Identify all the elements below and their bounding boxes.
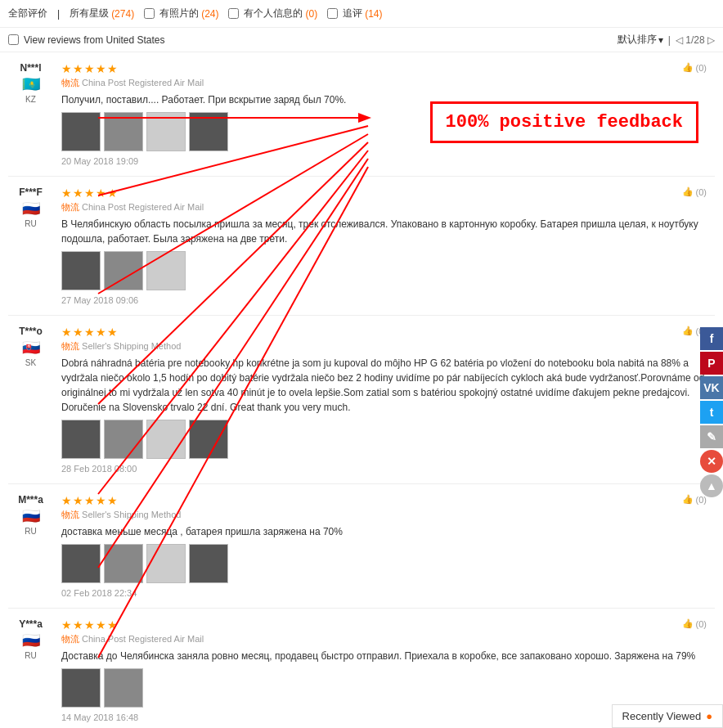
reviews-container: 100% positive feedback N***l 🇰🇿 KZ xyxy=(0,52,723,728)
review-thumb[interactable] xyxy=(104,420,143,459)
shipping-info-4: 物流 Seller's Shipping Method xyxy=(61,509,715,521)
filter-stars[interactable]: 所有星级 (274) xyxy=(70,7,134,20)
thumb-up-icon: 👍 xyxy=(682,186,694,197)
review-item: T***o 🇸🇰 SK ★★★★★ 物流 Seller's Shipping M… xyxy=(8,316,715,484)
review-thumb[interactable] xyxy=(104,544,143,583)
country-flag-2: 🇷🇺 xyxy=(22,200,40,218)
shipping-info-2: 物流 China Post Registered Air Mail xyxy=(61,201,715,213)
shipping-info-5: 物流 China Post Registered Air Mail xyxy=(61,633,715,645)
thumb-up-icon: 👍 xyxy=(682,326,694,336)
filter-divider: | xyxy=(57,8,60,20)
country-code-3: SK xyxy=(25,358,36,367)
review-thumb[interactable] xyxy=(104,112,143,151)
review-thumb[interactable] xyxy=(146,112,186,151)
review-date-4: 02 Feb 2018 22:34 xyxy=(61,588,715,598)
shipping-info-3: 物流 Seller's Shipping Method xyxy=(61,340,715,353)
thumb-up-icon: 👍 xyxy=(682,618,694,629)
filter-followup[interactable]: 追评 (14) xyxy=(327,7,382,20)
filter-photo[interactable]: 有照片的 (24) xyxy=(144,7,218,20)
reviewer-name: M***a xyxy=(18,494,43,506)
sort-button[interactable]: 默认排序 ▾ xyxy=(617,33,663,47)
thumb-up-icon: 👍 xyxy=(682,494,694,505)
review-thumb[interactable] xyxy=(104,668,143,708)
review-like-1[interactable]: 👍 (0) xyxy=(682,62,707,73)
country-flag-4: 🇷🇺 xyxy=(22,507,40,525)
social-sidebar: f P VK t ✎ ✕ ▲ xyxy=(700,327,723,497)
review-date-3: 28 Feb 2018 08:00 xyxy=(61,464,715,474)
reviewer-name: Y***a xyxy=(19,618,43,630)
recently-viewed-label: Recently Viewed xyxy=(622,710,702,722)
pagination: ◁ 1/28 ▷ xyxy=(676,34,715,46)
review-like-2[interactable]: 👍 (0) xyxy=(682,186,707,197)
us-reviews-checkbox[interactable] xyxy=(8,34,19,45)
review-thumb[interactable] xyxy=(61,668,101,708)
sort-pagination: 默认排序 ▾ | ◁ 1/28 ▷ xyxy=(617,33,715,47)
review-thumb[interactable] xyxy=(61,112,101,151)
thumb-up-icon: 👍 xyxy=(682,62,694,73)
review-text-3: Dobrá náhradná batéria pre notebooky hp … xyxy=(61,356,715,415)
review-thumb[interactable] xyxy=(61,251,101,290)
stars-4: ★★★★★ xyxy=(61,494,715,507)
positive-feedback-text: 100% positive feedback xyxy=(446,112,683,133)
reviewer-name: T***o xyxy=(19,326,43,337)
review-thumb[interactable] xyxy=(61,544,101,583)
review-like-5[interactable]: 👍 (0) xyxy=(682,618,707,629)
review-thumb[interactable] xyxy=(146,544,186,583)
personal-checkbox[interactable] xyxy=(228,8,239,19)
top-filter-bar: 全部评价 | 所有星级 (274) 有照片的 (24) 有个人信息的 (0) 追… xyxy=(0,0,723,28)
filter-all[interactable]: 全部评价 xyxy=(8,7,47,20)
review-date-1: 20 May 2018 19:09 xyxy=(61,156,715,166)
review-thumb[interactable] xyxy=(189,112,228,151)
scroll-up-button[interactable]: ▲ xyxy=(700,474,723,497)
country-code-5: RU xyxy=(25,651,36,660)
us-reviews-bar: View reviews from United States 默认排序 ▾ |… xyxy=(0,28,723,52)
recently-viewed-icon: ● xyxy=(706,710,712,722)
edit-button[interactable]: ✎ xyxy=(700,425,723,448)
photo-checkbox[interactable] xyxy=(144,8,155,19)
country-flag-3: 🇸🇰 xyxy=(22,339,40,357)
review-images-3 xyxy=(61,420,715,459)
filter-personal[interactable]: 有个人信息的 (0) xyxy=(228,7,317,20)
country-code-2: RU xyxy=(25,219,36,228)
followup-checkbox[interactable] xyxy=(327,8,338,19)
close-social-button[interactable]: ✕ xyxy=(700,450,723,473)
us-reviews-left: View reviews from United States xyxy=(8,34,165,46)
country-flag-5: 🇷🇺 xyxy=(22,631,40,649)
review-text-5: Доставка до Челябинска заняла ровно меся… xyxy=(61,649,715,663)
twitter-button[interactable]: t xyxy=(700,401,723,424)
stars-5: ★★★★★ xyxy=(61,618,715,631)
pinterest-button[interactable]: P xyxy=(700,352,723,375)
facebook-button[interactable]: f xyxy=(700,327,723,350)
review-thumb[interactable] xyxy=(61,420,101,459)
review-images-2 xyxy=(61,251,715,290)
stars-1: ★★★★★ xyxy=(61,62,715,75)
review-thumb[interactable] xyxy=(104,251,143,290)
review-thumb[interactable] xyxy=(146,420,186,459)
review-thumb[interactable] xyxy=(189,544,228,583)
review-item: Y***a 🇷🇺 RU ★★★★★ 物流 China Post Register… xyxy=(8,609,715,728)
positive-feedback-box: 100% positive feedback xyxy=(430,101,698,143)
review-item: F***F 🇷🇺 RU ★★★★★ 物流 China Post Register… xyxy=(8,177,715,316)
stars-2: ★★★★★ xyxy=(61,186,715,200)
recently-viewed-bar[interactable]: Recently Viewed ● xyxy=(612,704,723,728)
review-item: M***a 🇷🇺 RU ★★★★★ 物流 Seller's Shipping M… xyxy=(8,484,715,609)
review-thumb[interactable] xyxy=(189,420,228,459)
review-text-4: доставка меньше месяца , батарея пришла … xyxy=(61,524,715,539)
country-code-4: RU xyxy=(25,527,36,536)
shipping-info-1: 物流 China Post Registered Air Mail xyxy=(61,77,715,89)
review-text-2: В Челябинскую область посылка пришла за … xyxy=(61,217,715,246)
country-code-1: KZ xyxy=(25,95,36,104)
vk-button[interactable]: VK xyxy=(700,376,723,399)
reviewer-name: N***l xyxy=(20,62,41,74)
review-date-2: 27 May 2018 09:06 xyxy=(61,295,715,305)
review-thumb[interactable] xyxy=(146,251,186,290)
country-flag-1: 🇰🇿 xyxy=(22,75,40,93)
stars-3: ★★★★★ xyxy=(61,326,715,339)
review-images-5 xyxy=(61,668,715,708)
review-images-4 xyxy=(61,544,715,583)
reviewer-name: F***F xyxy=(19,186,43,198)
